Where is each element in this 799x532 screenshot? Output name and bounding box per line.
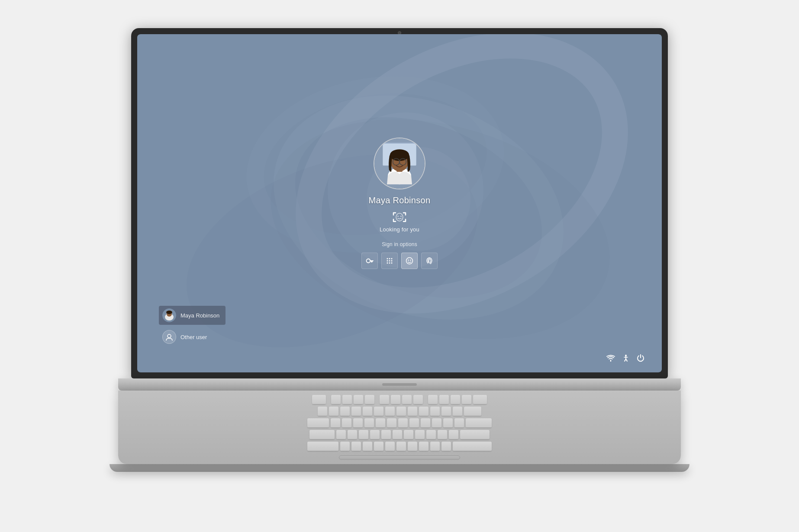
key-caps <box>309 430 335 439</box>
svg-point-36 <box>410 260 411 260</box>
user-item-name-other: Other user <box>180 334 207 340</box>
svg-point-31 <box>387 263 388 264</box>
key-k <box>415 430 425 439</box>
key-quote <box>449 430 458 439</box>
key-semicolon <box>438 430 447 439</box>
key-f4 <box>365 395 374 404</box>
key-y <box>387 418 396 428</box>
user-item-other[interactable]: Other user <box>159 327 226 346</box>
face-icon <box>406 257 413 265</box>
signin-fingerprint-button[interactable] <box>421 253 438 269</box>
laptop-lip <box>110 464 689 472</box>
laptop: Maya Robinson <box>110 28 689 504</box>
signin-face-button[interactable] <box>401 253 418 269</box>
system-icons <box>606 354 644 364</box>
svg-point-28 <box>387 260 388 262</box>
svg-point-27 <box>391 258 393 260</box>
key-w <box>342 418 351 428</box>
power-icon[interactable] <box>637 354 644 364</box>
key-x <box>351 442 361 451</box>
key-n <box>396 442 406 451</box>
key-plus <box>453 407 462 416</box>
key-f12 <box>462 395 471 404</box>
svg-point-14 <box>390 149 409 161</box>
hinge-notch <box>382 383 417 386</box>
function-key-row <box>312 395 487 404</box>
key-f7 <box>402 395 412 404</box>
key-t <box>376 418 385 428</box>
key-icon <box>366 257 374 265</box>
key-slash <box>441 442 451 451</box>
avatar <box>374 138 425 189</box>
key-f <box>370 430 380 439</box>
signin-pin-button[interactable] <box>381 253 398 269</box>
zxcv-row <box>307 442 492 451</box>
key-9 <box>419 407 428 416</box>
key-m <box>408 442 417 451</box>
key-l <box>426 430 436 439</box>
lock-screen: Maya Robinson <box>137 34 662 372</box>
laptop-base <box>118 378 681 391</box>
signin-icons-row <box>361 253 438 269</box>
svg-rect-10 <box>383 143 416 144</box>
trackpad[interactable] <box>339 455 460 460</box>
key-7 <box>396 407 406 416</box>
svg-point-18 <box>396 213 403 221</box>
key-d <box>359 430 368 439</box>
avatar-image <box>374 138 425 189</box>
key-comma <box>419 442 428 451</box>
face-scan-icon <box>392 212 407 223</box>
user-item-maya[interactable]: Maya Robinson <box>159 306 226 325</box>
fingerprint-icon <box>425 257 433 265</box>
svg-point-29 <box>389 260 390 262</box>
key-e <box>353 418 363 428</box>
key-enter <box>460 430 490 439</box>
qwerty-row <box>307 418 492 428</box>
key-0 <box>430 407 440 416</box>
key-z <box>340 442 350 451</box>
key-rbracket <box>454 418 464 428</box>
key-i <box>409 418 419 428</box>
signin-password-button[interactable] <box>361 253 378 269</box>
key-shift-left <box>307 442 338 451</box>
key-f10 <box>439 395 449 404</box>
key-h <box>393 430 402 439</box>
key-p <box>432 418 441 428</box>
key-f6 <box>391 395 400 404</box>
svg-point-19 <box>397 216 398 217</box>
looking-for-you-text: Looking for you <box>380 226 419 233</box>
key-g <box>381 430 391 439</box>
key-del <box>473 395 487 404</box>
user-item-name-maya: Maya Robinson <box>180 312 219 319</box>
user-item-avatar-other <box>162 330 176 344</box>
key-backspace <box>464 407 481 416</box>
login-center: Maya Robinson <box>361 138 438 269</box>
key-period <box>430 442 440 451</box>
sign-in-options-label: Sign in options <box>382 241 417 247</box>
svg-point-32 <box>389 263 390 264</box>
key-tab <box>307 418 329 428</box>
key-backslash <box>466 418 492 428</box>
number-key-row <box>318 407 481 416</box>
wifi-icon[interactable] <box>606 355 615 363</box>
svg-point-20 <box>400 216 401 217</box>
hello-icon <box>392 212 407 223</box>
svg-point-26 <box>389 258 390 260</box>
key-f2 <box>342 395 352 404</box>
key-6 <box>385 407 395 416</box>
key-3 <box>351 407 361 416</box>
key-j <box>404 430 413 439</box>
generic-user-icon <box>165 333 173 341</box>
key-lbracket <box>443 418 453 428</box>
key-f5 <box>380 395 389 404</box>
key-v <box>374 442 383 451</box>
accessibility-icon[interactable] <box>622 354 630 364</box>
laptop-lid: Maya Robinson <box>131 28 668 378</box>
user-switcher: Maya Robinson Other user <box>159 306 226 346</box>
key-4 <box>363 407 372 416</box>
svg-point-35 <box>408 260 409 260</box>
key-1 <box>329 407 338 416</box>
svg-point-30 <box>391 260 393 262</box>
key-r <box>364 418 374 428</box>
key-o <box>421 418 430 428</box>
